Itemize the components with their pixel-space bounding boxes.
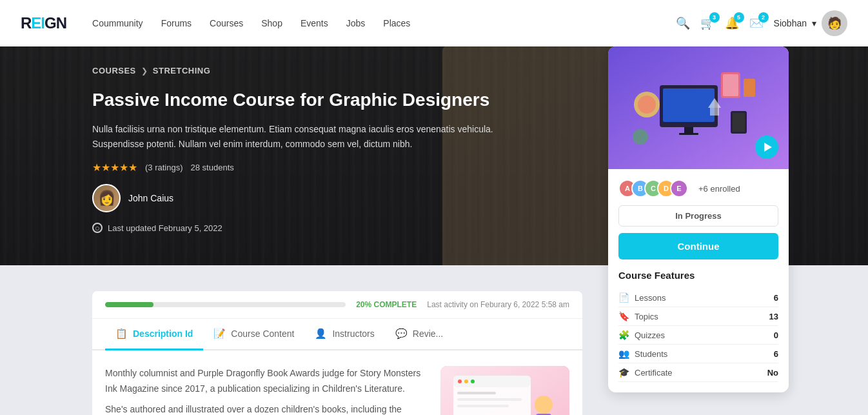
tab-illustration [440,366,569,415]
enrolled-row: A B C D E +6 enrolled [618,179,778,197]
breadcrumb: COURSES ❯ STRETCHING [92,66,576,76]
dropdown-chevron: ▾ [812,18,816,28]
progress-fill [105,302,153,307]
enrolled-avatars: A B C D E [618,179,683,197]
nav-actions: 🔍 🛒 3 🔔 5 ✉️ 2 Siobhan ▾ 🧑 [676,10,847,36]
play-icon [764,143,772,152]
nav-courses[interactable]: Courses [210,18,243,28]
description-tab-icon: 📋 [115,328,128,339]
breadcrumb-separator: ❯ [141,66,148,76]
svg-rect-6 [723,74,738,96]
nav-events[interactable]: Events [301,18,328,28]
svg-rect-14 [744,79,755,97]
svg-point-24 [535,396,553,414]
breadcrumb-courses[interactable]: COURSES [92,66,136,76]
tab-description-label: Description Id [133,329,193,339]
description-paragraph-2: She's authored and illustrated over a do… [105,402,428,415]
messages-button[interactable]: ✉️ 2 [749,16,764,30]
star-rating: ★★★★★ [92,161,137,174]
progress-bar [105,302,346,307]
cart-badge: 3 [709,12,720,23]
cart-button[interactable]: 🛒 3 [700,16,715,30]
svg-rect-23 [457,405,509,407]
search-button[interactable]: 🔍 [676,16,690,30]
instructor-name[interactable]: John Caius [128,193,173,203]
nav-forums[interactable]: Forums [161,18,192,28]
svg-rect-10 [710,108,719,116]
page-wrapper: REIGN Coummunity Forums Courses Shop Eve… [0,0,868,415]
svg-rect-21 [457,392,496,394]
tabs-row: 📋 Description Id 📝 Course Content 👤 Inst… [92,319,582,350]
tab-reviews[interactable]: 💬 Revie... [385,319,453,350]
course-meta: ★★★★★ (3 ratings) 28 students [92,161,576,174]
tab-content-label: Course Content [231,329,294,339]
content-area: 20% COMPLETE Last activity on Feburary 6… [92,291,776,415]
enrolled-count: +6 enrolled [698,184,740,194]
svg-rect-4 [679,133,698,135]
nav-shop[interactable]: Shop [261,18,282,28]
hero-content: COURSES ❯ STRETCHING Passive Income Cour… [92,66,576,233]
play-button[interactable] [755,136,778,159]
course-preview-image [608,46,789,169]
course-title: Passive Income Course for Graphic Design… [92,88,576,112]
username: Siobhan [774,18,807,28]
enrolled-avatar-5: E [670,179,688,197]
last-updated-text: Last updated February 5, 2022 [108,223,222,233]
activity-label: Last activity on Feburary 6, 2022 5:58 a… [427,300,569,309]
instructors-tab-icon: 👤 [315,328,327,339]
rating-count: (3 ratings) [145,163,183,172]
course-description: Nulla facilisis urna non tristique eleme… [92,122,531,151]
description-paragraph-1: Monthly columnist and Purple Dragonfly B… [105,366,428,397]
tab-description[interactable]: 📋 Description Id [105,319,203,350]
nav-links: Coummunity Forums Courses Shop Events Jo… [92,18,676,28]
svg-point-8 [638,96,656,114]
nav-places[interactable]: Places [383,18,410,28]
tab-description-text: Monthly columnist and Purple Dragonfly B… [105,366,428,415]
status-badge: In Progress [618,205,778,227]
svg-rect-22 [457,398,522,401]
continue-button[interactable]: Continue [618,233,778,259]
tab-reviews-label: Revie... [413,329,443,339]
navbar: REIGN Coummunity Forums Courses Shop Eve… [0,0,868,46]
svg-point-19 [464,380,468,383]
instructor-avatar: 👩 [92,184,121,212]
progress-section: 20% COMPLETE Last activity on Feburary 6… [92,291,582,319]
nav-community[interactable]: Coummunity [92,18,143,28]
last-updated: ○ Last updated February 5, 2022 [92,223,576,233]
user-menu[interactable]: Siobhan ▾ 🧑 [774,10,847,36]
bell-badge: 5 [734,12,744,23]
svg-rect-2 [663,88,715,122]
mail-badge: 2 [758,12,769,23]
svg-point-20 [471,380,475,383]
content-tab-icon: 📝 [213,328,226,339]
instructor-row: 👩 John Caius [92,184,576,212]
breadcrumb-stretching[interactable]: STRETCHING [153,66,211,76]
svg-rect-12 [733,113,745,132]
tab-content-image [440,366,569,415]
students-count: 28 students [191,163,234,172]
notifications-button[interactable]: 🔔 5 [725,16,739,30]
tab-content-area: Monthly columnist and Purple Dragonfly B… [92,350,582,415]
avatar: 🧑 [822,10,847,36]
tab-course-content[interactable]: 📝 Course Content [203,319,304,350]
clock-icon: ○ [92,223,103,233]
reviews-tab-icon: 💬 [395,328,408,339]
progress-label: 20% COMPLETE [356,300,417,309]
svg-point-13 [633,129,648,145]
svg-point-18 [458,380,462,383]
logo[interactable]: REIGN [21,14,66,32]
tab-instructors[interactable]: 👤 Instructors [304,319,384,350]
tab-instructors-label: Instructors [332,329,374,339]
nav-jobs[interactable]: Jobs [346,18,366,28]
